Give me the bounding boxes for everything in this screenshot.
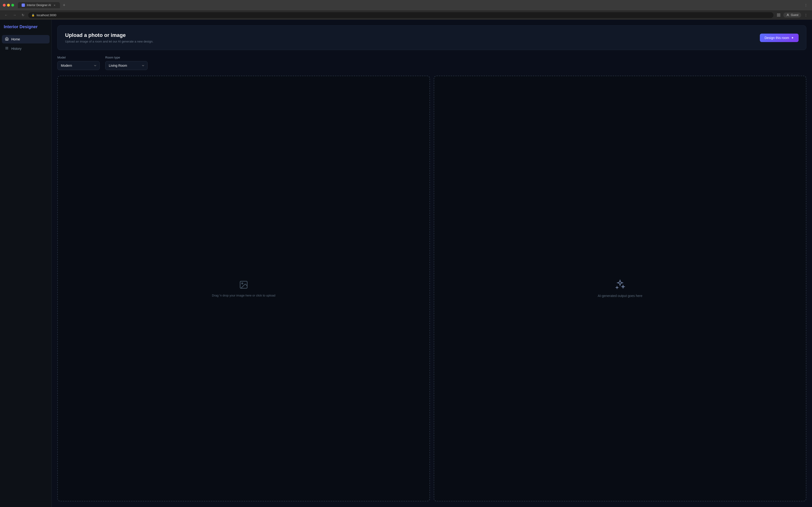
- sparkle-icon: ✦: [791, 36, 794, 40]
- room-type-select[interactable]: Living Room Bedroom Kitchen Bathroom Off…: [105, 61, 148, 70]
- app-container: Interior Designer Home: [0, 20, 812, 507]
- maximize-button[interactable]: [11, 4, 14, 7]
- header-card: Upload a photo or image Upload an image …: [57, 25, 806, 50]
- tab-title: Interior Designer AI: [27, 4, 51, 7]
- back-button[interactable]: ←: [3, 12, 9, 18]
- minimize-button[interactable]: [7, 4, 10, 7]
- controls-row: Model Modern Contemporary Minimalist Ind…: [57, 56, 806, 70]
- svg-point-4: [787, 14, 789, 15]
- page-title: Upload a photo or image: [65, 32, 154, 38]
- sidebar-home-label: Home: [11, 37, 20, 41]
- svg-rect-1: [779, 14, 780, 15]
- upload-zone-text: Drag 'n drop your image here or click to…: [212, 294, 275, 297]
- browser-menu-dots[interactable]: ⋮: [803, 12, 809, 18]
- history-icon: [5, 46, 9, 51]
- tab-bar: Interior Designer AI ✕ +: [18, 2, 798, 8]
- url-text: localhost:3000: [37, 13, 56, 17]
- sidebar-logo: Interior Designer: [0, 24, 51, 35]
- guest-profile-button[interactable]: Guest: [784, 12, 801, 18]
- page-subtitle: Upload an image of a room and let our AI…: [65, 40, 154, 43]
- design-button-label: Design this room: [764, 36, 789, 40]
- image-upload-icon: [239, 280, 248, 290]
- sidebar-history-label: History: [11, 47, 21, 51]
- header-text: Upload a photo or image Upload an image …: [65, 32, 154, 43]
- room-type-control-group: Room type Living Room Bedroom Kitchen Ba…: [105, 56, 148, 70]
- svg-rect-2: [777, 15, 778, 16]
- guest-label: Guest: [791, 13, 798, 17]
- ai-sparkle-icon: [615, 279, 625, 291]
- forward-button[interactable]: →: [11, 12, 18, 18]
- extensions-button[interactable]: [775, 12, 782, 18]
- model-select[interactable]: Modern Contemporary Minimalist Industria…: [57, 61, 100, 70]
- browser-controls: ← → ↻ 🔒 localhost:3000 Guest ⋮: [0, 10, 812, 20]
- sidebar-nav: Home History: [0, 35, 51, 53]
- traffic-lights: [3, 4, 14, 7]
- main-content: Upload a photo or image Upload an image …: [52, 20, 812, 507]
- svg-rect-3: [779, 15, 780, 16]
- ai-output-text: AI-generated output goes here: [598, 294, 642, 298]
- image-upload-zone[interactable]: Drag 'n drop your image here or click to…: [57, 76, 430, 501]
- model-control-group: Model Modern Contemporary Minimalist Ind…: [57, 56, 100, 70]
- ai-output-zone: AI-generated output goes here: [434, 76, 806, 501]
- close-button[interactable]: [3, 4, 6, 7]
- design-room-button[interactable]: Design this room ✦: [760, 34, 799, 42]
- reload-button[interactable]: ↻: [20, 12, 26, 18]
- lock-icon: 🔒: [32, 14, 35, 17]
- sidebar: Interior Designer Home: [0, 20, 52, 507]
- tab-favicon: [21, 4, 25, 7]
- sidebar-item-home[interactable]: Home: [2, 35, 50, 44]
- room-type-label: Room type: [105, 56, 148, 59]
- model-label: Model: [57, 56, 100, 59]
- browser-chrome: Interior Designer AI ✕ + ⋮ ← → ↻ 🔒 local…: [0, 0, 812, 20]
- svg-point-9: [242, 283, 243, 284]
- browser-menu-button[interactable]: ⋮: [803, 2, 809, 8]
- home-icon: [5, 37, 9, 42]
- tab-close-button[interactable]: ✕: [53, 4, 56, 7]
- browser-titlebar: Interior Designer AI ✕ + ⋮: [0, 0, 812, 10]
- svg-rect-0: [777, 14, 778, 15]
- browser-actions: Guest ⋮: [775, 12, 809, 18]
- address-bar[interactable]: 🔒 localhost:3000: [28, 12, 773, 18]
- upload-grid: Drag 'n drop your image here or click to…: [57, 76, 806, 501]
- new-tab-button[interactable]: +: [61, 2, 67, 8]
- browser-tab[interactable]: Interior Designer AI ✕: [18, 2, 60, 8]
- sidebar-item-history[interactable]: History: [2, 44, 50, 53]
